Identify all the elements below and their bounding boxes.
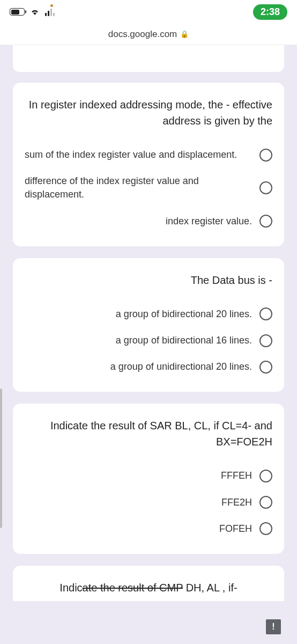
alert-badge[interactable]: ! (266, 619, 281, 634)
radio-button[interactable] (259, 496, 272, 509)
option-label: FFFEH (25, 469, 252, 482)
option-row[interactable]: sum of the index register value and disp… (25, 142, 272, 168)
wifi-icon (30, 8, 40, 16)
battery-icon (10, 8, 25, 16)
question-card: Indicate the result of SAR BL, CL, if CL… (13, 404, 284, 554)
option-label: FFE2H (25, 496, 252, 509)
option-row[interactable]: FFFEH (25, 463, 272, 489)
option-row[interactable]: a group of bidirectional 20 lines. (25, 301, 272, 327)
radio-button[interactable] (259, 522, 272, 535)
address-bar[interactable]: docs.google.com 🔒 (0, 24, 297, 45)
option-row[interactable]: a group of unidirectional 20 lines. (25, 354, 272, 380)
option-label: FOFEH (25, 522, 252, 536)
question-text: In register indexed addressing mode, the… (25, 97, 272, 129)
radio-button[interactable] (259, 308, 272, 320)
question-text: Indicate the result of SAR BL, CL, if CL… (25, 418, 272, 450)
option-label: a group of unidirectional 20 lines. (25, 360, 252, 374)
status-left (10, 8, 55, 16)
question-card: In register indexed addressing mode, the… (13, 83, 284, 246)
question-card: Indicate the result of CMP DH, AL , if- (13, 566, 284, 601)
option-label: a group of bidirectional 20 lines. (25, 308, 252, 321)
signal-icon (45, 8, 55, 16)
radio-button[interactable] (259, 334, 272, 347)
radio-button[interactable] (259, 470, 272, 482)
question-card: The Data bus is - a group of bidirection… (13, 258, 284, 392)
question-text: Indicate the result of CMP DH, AL , if- (25, 580, 272, 596)
radio-button[interactable] (259, 215, 272, 228)
question-text: The Data bus is - (25, 272, 272, 288)
option-row[interactable]: FOFEH (25, 516, 272, 542)
radio-button[interactable] (259, 361, 272, 374)
option-row[interactable]: a group of bidirectional 16 lines. (25, 327, 272, 354)
previous-card-edge (13, 45, 284, 72)
time-pill: 2:38 (253, 4, 287, 20)
scroll-indicator[interactable] (0, 389, 2, 528)
option-row[interactable]: difference of the index register value a… (25, 168, 272, 208)
option-label: sum of the index register value and disp… (25, 148, 252, 162)
status-bar: 2:38 (0, 0, 297, 24)
option-row[interactable]: index register value. (25, 208, 272, 235)
option-label: difference of the index register value a… (25, 174, 252, 201)
option-row[interactable]: FFE2H (25, 489, 272, 516)
option-label: a group of bidirectional 16 lines. (25, 334, 252, 347)
option-label: index register value. (25, 215, 252, 228)
lock-icon: 🔒 (180, 30, 189, 38)
radio-button[interactable] (259, 181, 272, 194)
address-domain: docs.google.com (108, 29, 177, 40)
content-area: In register indexed addressing mode, the… (0, 45, 297, 644)
radio-button[interactable] (259, 149, 272, 162)
